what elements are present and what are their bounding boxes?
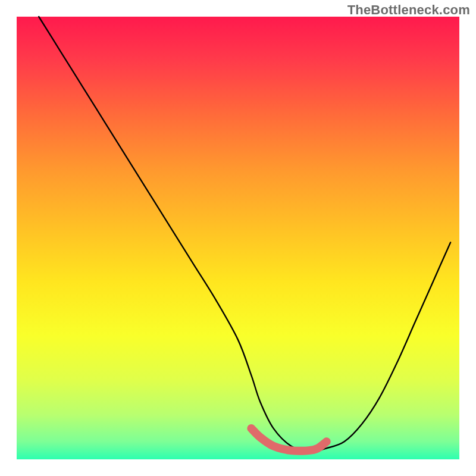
plot-background: [17, 17, 459, 459]
chart-svg: [0, 0, 476, 476]
chart-stage: TheBottleneck.com: [0, 0, 476, 476]
watermark-label: TheBottleneck.com: [347, 2, 470, 18]
